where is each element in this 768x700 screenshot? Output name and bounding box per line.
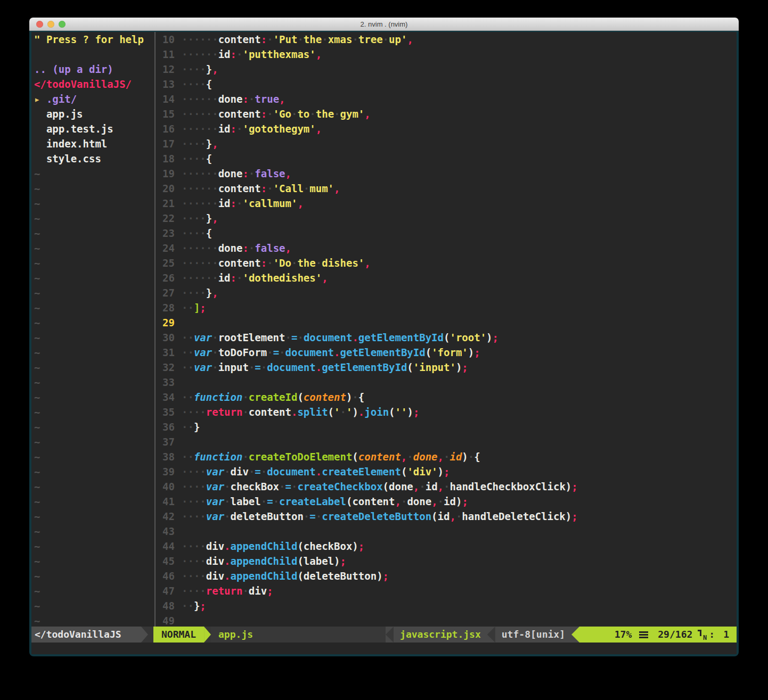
terminal-window: 2. nvim . (nvim) " Press ? for help.. (u… (29, 18, 739, 656)
token: = (309, 509, 315, 524)
line-number: 34 (156, 390, 175, 405)
code-line[interactable]: 11······id:·'putthexmas', (156, 47, 737, 62)
code-line[interactable]: 16······id:·'gotothegym', (156, 121, 737, 136)
code-line[interactable]: 30··var·rootElement·=·document.getElemen… (156, 330, 737, 345)
code-line[interactable]: 24······done:·false, (156, 241, 737, 256)
code-line[interactable]: 40····var·checkBox·=·createCheckbox(done… (156, 479, 737, 494)
code-line[interactable]: 14······done:·true, (156, 92, 737, 106)
code-line[interactable]: 34··function·createId(content)·{ (156, 390, 737, 405)
code-line[interactable]: 12····}, (156, 62, 737, 77)
code-line[interactable]: 49 (156, 613, 737, 627)
code-line[interactable]: 43 (156, 524, 737, 539)
token: 'Put (273, 32, 298, 47)
token: · (249, 166, 255, 181)
code-line[interactable]: 37 (156, 434, 737, 449)
code-line[interactable]: 22····}, (156, 211, 737, 226)
token: · (236, 47, 242, 62)
code-line[interactable]: 18····{ (156, 151, 737, 166)
title-bar[interactable]: 2. nvim . (nvim) (29, 18, 739, 31)
zoom-button[interactable] (59, 21, 66, 28)
tree-item-file-index-html[interactable]: index.html (34, 136, 154, 151)
token: ) (334, 554, 340, 569)
code-line[interactable]: 19······done:·false, (156, 166, 737, 181)
token: false (255, 241, 285, 256)
powerline-arrow-icon (141, 627, 148, 643)
encoding-indicator: utf-8[unix] (495, 627, 571, 643)
code-line[interactable]: 48··}; (156, 598, 737, 613)
code-line[interactable]: 39····var·div·=·document.createElement('… (156, 464, 737, 479)
token: , (285, 166, 291, 181)
code-line[interactable]: 13····{ (156, 77, 737, 92)
command-line[interactable] (31, 643, 737, 654)
code-buffer[interactable]: 10······content:·'Put·the·xmas·tree·up',… (156, 32, 737, 627)
code-line[interactable]: 21······id:·'callmum', (156, 196, 737, 211)
token: . (358, 405, 364, 419)
tree-item-tree-root[interactable]: </todoVanillaJS/ (34, 77, 154, 92)
code-line[interactable]: 45····div.appendChild(label); (156, 554, 737, 569)
line-number: 31 (156, 345, 175, 360)
line-number: 40 (156, 479, 175, 494)
code-line[interactable]: 29 (156, 315, 737, 330)
code-line[interactable]: 35····return·content.split('·').join('')… (156, 405, 737, 419)
code-line[interactable]: 36··} (156, 419, 737, 434)
token: · (279, 345, 285, 360)
token: : (261, 256, 267, 270)
tree-item-blank[interactable] (34, 47, 154, 62)
scroll-percent: 17% (615, 627, 632, 643)
tree-item-dir-git[interactable]: ▸ .git/ (34, 92, 154, 106)
token: , (316, 47, 322, 62)
token: ; (340, 554, 346, 569)
tree-item-up-a-dir[interactable]: .. (up a dir) (34, 62, 154, 77)
code-line[interactable]: 20······content:·'Call·mum', (156, 181, 737, 196)
token: ~ (34, 451, 40, 463)
code-line[interactable]: 25······content:·'Do·the·dishes', (156, 256, 737, 270)
token: ···· (182, 285, 206, 300)
nerdtree-sidebar[interactable]: " Press ? for help.. (up a dir)</todoVan… (31, 32, 156, 627)
code-line[interactable]: 47····return·div; (156, 583, 737, 598)
token: 'div' (407, 464, 437, 479)
token: } (206, 136, 212, 151)
code-line[interactable]: 46····div.appendChild(deleteButton); (156, 569, 737, 583)
empty-line-tilde: ~ (34, 554, 154, 569)
tree-item-help-hint[interactable]: " Press ? for help (34, 32, 154, 47)
token: · (224, 509, 230, 524)
token: ~ (34, 540, 40, 552)
code-line[interactable]: 28··]; (156, 300, 737, 315)
code-line[interactable]: 32··var·input·=·document.getElementById(… (156, 360, 737, 375)
token: up' (389, 32, 407, 47)
token: appendChild (231, 569, 298, 583)
code-line[interactable]: 42····var·deleteButton·=·createDeleteBut… (156, 509, 737, 524)
code-line[interactable]: 15······content:·'Go·to·the·gym', (156, 106, 737, 121)
code-line[interactable]: 31··var·toDoForm·=·document.getElementBy… (156, 345, 737, 360)
tree-item-file-app-test-js[interactable]: app.test.js (34, 121, 154, 136)
code-line[interactable]: 23····{ (156, 226, 737, 241)
token: ; (358, 539, 364, 554)
code-line[interactable]: 44····div.appendChild(checkBox); (156, 539, 737, 554)
powerline-arrow-icon (571, 627, 579, 643)
line-number: 39 (156, 464, 175, 479)
code-line[interactable]: 33 (156, 375, 737, 390)
token: = (291, 330, 297, 345)
token: ~ (34, 272, 40, 284)
code-line[interactable]: 26······id:·'dothedishes', (156, 270, 737, 285)
token: style.css (34, 153, 101, 164)
token: ( (401, 464, 407, 479)
token: ~ (34, 347, 40, 358)
minimize-button[interactable] (47, 21, 54, 28)
tree-item-file-style-css[interactable]: style.css (34, 151, 154, 166)
token: : (242, 166, 248, 181)
code-line[interactable]: 41····var·label·=·createLabel(content,·d… (156, 494, 737, 509)
code-line[interactable]: 38··function·createToDoElement(content,·… (156, 449, 737, 464)
empty-line-tilde: ~ (34, 419, 154, 434)
close-button[interactable] (36, 21, 43, 28)
line-number: 37 (156, 434, 175, 449)
token: ) (407, 405, 413, 419)
code-line[interactable]: 17····}, (156, 136, 737, 151)
tree-item-file-app-js[interactable]: app.js (34, 106, 154, 121)
code-line[interactable]: 10······content:·'Put·the·xmas·tree·up', (156, 32, 737, 47)
token: · (249, 464, 255, 479)
line-number: 16 (156, 121, 175, 136)
code-line[interactable]: 27····}, (156, 285, 737, 300)
token: · (401, 494, 407, 509)
token: 'Go (273, 106, 291, 121)
